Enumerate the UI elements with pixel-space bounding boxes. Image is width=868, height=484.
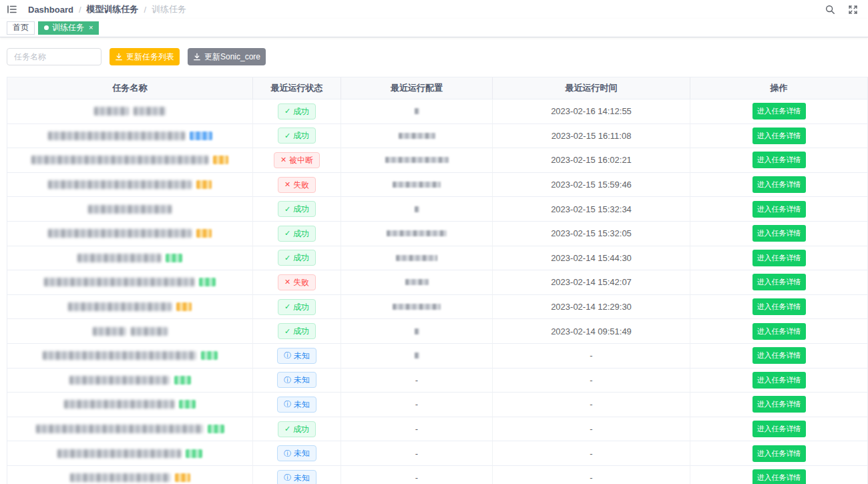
update-sonic-core-button[interactable]: 更新Sonic_core (188, 48, 266, 65)
enter-task-button[interactable]: 进入任务详情 (752, 201, 806, 218)
status-badge: ✓ 成功 (278, 323, 316, 339)
table-row: ⓘ 未知 - - 进入任务详情 (7, 466, 867, 484)
status-badge: ✓ 成功 (278, 201, 316, 217)
run-time: - (493, 369, 690, 393)
status-icon: ✓ (284, 254, 290, 262)
task-name-cell (7, 441, 253, 466)
update-task-list-button[interactable]: 更新任务列表 (110, 48, 180, 65)
status-label: 成功 (293, 327, 309, 335)
enter-task-button[interactable]: 进入任务详情 (752, 323, 806, 340)
run-time: 2023-02-15 16:11:08 (493, 124, 690, 149)
config-cell (341, 173, 493, 198)
redacted-config (399, 133, 435, 139)
task-name-search-input[interactable] (7, 48, 101, 65)
enter-task-button[interactable]: 进入任务详情 (752, 421, 806, 437)
breadcrumb-current: 训练任务 (152, 3, 186, 15)
config-cell: - (341, 441, 493, 466)
run-time: 2023-02-15 15:32:05 (493, 222, 690, 246)
green-task-tag (166, 254, 182, 262)
column-header-actions: 操作 (690, 77, 867, 99)
config-cell (341, 197, 493, 222)
redacted-config (415, 206, 419, 212)
action-cell: 进入任务详情 (690, 173, 867, 198)
run-time: 2023-02-14 15:42:07 (493, 270, 690, 295)
yellow-task-tag (213, 156, 228, 164)
green-task-tag (174, 376, 191, 385)
run-time: - (493, 441, 690, 466)
update-task-list-label: 更新任务列表 (126, 51, 174, 63)
enter-task-button[interactable]: 进入任务详情 (752, 152, 806, 168)
status-cell: ✓ 成功 (253, 124, 341, 149)
status-cell: ⓘ 未知 (253, 369, 341, 393)
enter-task-button[interactable]: 进入任务详情 (752, 225, 806, 242)
redacted-task-name (44, 278, 194, 286)
redacted-config (415, 108, 419, 114)
status-badge: ✕ 失败 (278, 274, 316, 290)
redacted-task-name (70, 473, 170, 482)
tab-training-tasks[interactable]: 训练任务 × (38, 21, 99, 35)
enter-task-button[interactable]: 进入任务详情 (752, 347, 806, 364)
green-task-tag (199, 278, 216, 286)
breadcrumb-dashboard[interactable]: Dashboard (28, 5, 73, 15)
redacted-task-name (31, 156, 208, 164)
tab-close-icon[interactable]: × (89, 24, 93, 31)
action-cell: 进入任务详情 (690, 124, 867, 149)
enter-task-button[interactable]: 进入任务详情 (752, 250, 806, 266)
search-icon[interactable] (824, 3, 836, 15)
config-cell (341, 344, 493, 369)
yellow-task-tag (175, 473, 190, 482)
status-label: 成功 (293, 230, 309, 238)
action-cell: 进入任务详情 (690, 270, 867, 295)
config-cell: - (341, 369, 493, 393)
enter-task-button[interactable]: 进入任务详情 (752, 469, 806, 484)
enter-task-button[interactable]: 进入任务详情 (752, 372, 806, 389)
task-name-cell (7, 270, 253, 295)
status-label: 未知 (294, 352, 310, 360)
run-time: 2023-02-14 09:51:49 (493, 319, 690, 344)
config-cell: - (341, 393, 493, 417)
enter-task-button[interactable]: 进入任务详情 (752, 176, 806, 193)
table-row: ✕ 失败 2023-02-14 15:42:07 进入任务详情 (7, 270, 867, 295)
enter-task-button[interactable]: 进入任务详情 (752, 445, 806, 462)
run-time: 2023-02-14 12:29:30 (493, 295, 690, 320)
breadcrumb-model-training[interactable]: 模型训练任务 (87, 3, 139, 15)
redacted-config (415, 352, 419, 358)
task-name-cell (7, 393, 253, 417)
task-name-cell (7, 417, 253, 442)
action-cell: 进入任务详情 (690, 417, 867, 442)
status-badge: ✓ 成功 (278, 226, 316, 242)
enter-task-button[interactable]: 进入任务详情 (752, 103, 806, 119)
action-cell: 进入任务详情 (690, 148, 867, 173)
redacted-config (393, 304, 441, 310)
action-cell: 进入任务详情 (690, 197, 867, 222)
config-cell (341, 270, 493, 295)
task-name-cell (7, 124, 253, 149)
config-cell (341, 246, 493, 271)
status-cell: ✓ 成功 (253, 417, 341, 442)
run-time: 2023-02-16 14:12:55 (493, 99, 690, 124)
column-header-run-time: 最近运行时间 (493, 77, 690, 99)
status-cell: ✕ 失败 (253, 270, 341, 295)
enter-task-button[interactable]: 进入任务详情 (752, 128, 806, 144)
action-cell: 进入任务详情 (690, 466, 867, 484)
task-name-cell (7, 369, 253, 393)
enter-task-button[interactable]: 进入任务详情 (752, 274, 806, 290)
task-name-cell (7, 295, 253, 320)
enter-task-button[interactable]: 进入任务详情 (752, 396, 806, 413)
run-time: 2023-02-14 15:44:30 (493, 246, 690, 271)
status-label: 未知 (294, 449, 310, 457)
fullscreen-icon[interactable] (847, 3, 859, 15)
table-row: ⓘ 未知 - 进入任务详情 (7, 344, 867, 369)
tab-home[interactable]: 首页 (7, 21, 35, 35)
enter-task-button[interactable]: 进入任务详情 (752, 298, 806, 315)
status-icon: ✓ (284, 230, 290, 237)
task-name-cell (7, 246, 253, 271)
sidebar-toggle-icon[interactable] (5, 3, 19, 16)
status-badge: ✓ 成功 (278, 299, 316, 315)
status-label: 未知 (294, 376, 310, 384)
status-cell: ✓ 成功 (253, 99, 341, 124)
redacted-task-name (88, 205, 172, 214)
column-header-task-name: 任务名称 (7, 77, 253, 99)
action-cell: 进入任务详情 (690, 393, 867, 417)
task-name-cell (7, 99, 253, 124)
